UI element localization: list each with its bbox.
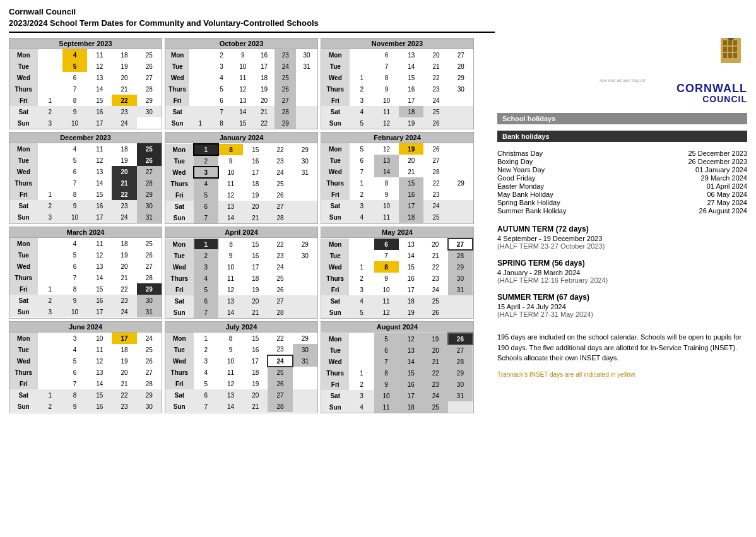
calendar-row-3: March 2024 Mon 4 11 18 25 Tue [9,227,488,319]
svg-rect-7 [723,53,727,58]
summer-term: SUMMER TERM (67 days) 15 April - 24 July… [497,293,747,318]
bh-name-6: Spring Bank Holiday [497,199,560,206]
bh-name-1: Boxing Day [497,158,533,165]
logo-cornwall: CORNWALL [497,83,747,94]
inset-note: Trannack's INSET days are all indicated … [497,371,747,378]
bh-date-4: 01 April 2024 [707,182,747,190]
bh-row-5: May Bank Holiday 06 May 2024 [497,191,747,198]
svg-rect-5 [728,47,732,52]
info-text: 195 days are included on the school cale… [497,332,747,363]
bh-date-5: 06 May 2024 [707,191,747,198]
month-feb-2024: February 2024 Mon 5 12 19 26 Tue [321,132,474,224]
autumn-term-title: AUTUMN TERM (72 days) [497,225,747,233]
bh-date-1: 26 December 2023 [688,158,747,165]
bh-name-0: Christmas Day [497,150,543,157]
legend-school-holidays: School holidays [497,113,747,124]
spring-term-half: (HALF TERM 12-16 February 2024) [497,276,747,284]
bh-row-0: Christmas Day 25 December 2023 [497,150,747,157]
bh-row-2: New Years Day 01 January 2024 [497,166,747,174]
logo: one and all own hag oll CORNWALL COUNCIL [497,38,747,104]
bh-date-7: 26 August 2024 [699,207,747,215]
calendar-grid: September 2023 Mon 4 11 18 25 [9,38,488,413]
svg-rect-3 [733,40,737,45]
calendar-row-4: June 2024 Mon 3 10 17 24 Tue [9,321,488,413]
month-apr-2024: April 2024 Mon 1 8 15 22 29 Tu [165,227,318,319]
org-name: Cornwall Council [9,6,747,18]
month-jul-2024: July 2024 Mon 1 8 15 22 29 Tue [165,321,318,413]
month-mar-2024: March 2024 Mon 4 11 18 25 Tue [9,227,162,319]
bh-name-2: New Years Day [497,166,545,174]
legend-bank-holidays: Bank holidays [497,131,747,142]
bh-row-1: Boxing Day 26 December 2023 [497,158,747,165]
svg-rect-9 [733,53,737,58]
svg-rect-8 [728,53,732,58]
bh-name-3: Good Friday [497,174,536,182]
autumn-term-dates: 4 September - 19 December 2023 [497,235,747,242]
logo-council: COUNCIL [497,94,747,104]
bh-date-0: 25 December 2023 [688,150,747,157]
spring-term-title: SPRING TERM (56 days) [497,259,747,268]
month-aug-2024: August 2024 Mon 5 12 19 26 Tu [321,321,474,413]
bh-name-5: May Bank Holiday [497,191,553,198]
bh-date-6: 27 May 2024 [707,199,747,206]
page-container: Cornwall Council 2023/2024 School Term D… [9,6,747,413]
bh-row-7: Summer Bank Holiday 26 August 2024 [497,207,747,215]
spring-term: SPRING TERM (56 days) 4 January - 28 Mar… [497,259,747,284]
bh-row-3: Good Friday 29 March 2024 [497,174,747,182]
autumn-term-half: (HALF TERM 23-27 October 2023) [497,242,747,250]
header: Cornwall Council 2023/2024 School Term D… [9,6,747,33]
bh-row-6: Spring Bank Holiday 27 May 2024 [497,199,747,206]
summer-term-dates: 15 April - 24 July 2024 [497,303,747,310]
svg-rect-1 [723,40,727,45]
summer-term-title: SUMMER TERM (67 days) [497,293,747,302]
month-dec-2023: December 2023 Mon 4 11 18 25 [9,132,162,224]
month-jan-2024: January 2024 Mon 1 8 15 22 29 [165,132,318,224]
bh-name-7: Summer Bank Holiday [497,207,566,215]
month-jun-2024: June 2024 Mon 3 10 17 24 Tue [9,321,162,413]
bh-date-2: 01 January 2024 [695,166,747,174]
bank-holidays-list: Christmas Day 25 December 2023 Boxing Da… [497,150,747,215]
month-nov-2023: November 2023 Mon 6 13 20 27 [321,38,474,129]
month-sep-2023: September 2023 Mon 4 11 18 25 [9,38,162,129]
calendar-row-1: September 2023 Mon 4 11 18 25 [9,38,488,129]
calendar-row-2: December 2023 Mon 4 11 18 25 [9,132,488,224]
svg-rect-4 [723,47,727,52]
spring-term-dates: 4 January - 28 March 2024 [497,269,747,276]
bh-row-4: Easter Monday 01 April 2024 [497,182,747,190]
autumn-term: AUTUMN TERM (72 days) 4 September - 19 D… [497,225,747,250]
month-oct-2023: October 2023 Mon 2 9 16 23 30 [165,38,318,129]
svg-rect-2 [728,40,732,45]
month-may-2024: May 2024 Mon 6 13 20 27 Tue [321,227,474,319]
cornwall-crest-icon [714,38,747,77]
page-title: 2023/2024 School Term Dates for Communit… [9,18,747,29]
bh-date-3: 29 March 2024 [701,174,747,182]
right-panel: one and all own hag oll CORNWALL COUNCIL… [488,38,747,413]
bh-name-4: Easter Monday [497,182,544,190]
calendar-section: September 2023 Mon 4 11 18 25 [9,38,488,413]
summer-term-half: (HALF TERM 27-31 May 2024) [497,310,747,318]
svg-rect-6 [733,47,737,52]
